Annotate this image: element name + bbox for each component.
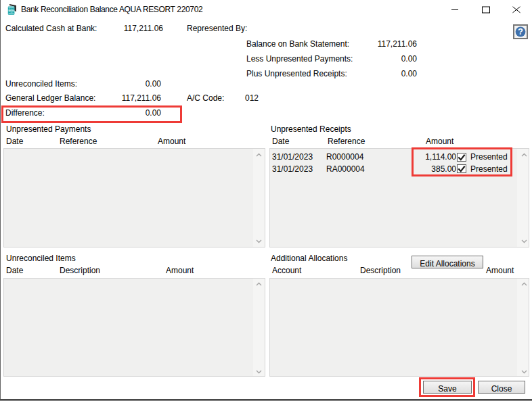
svg-text:?: ? bbox=[518, 26, 523, 37]
